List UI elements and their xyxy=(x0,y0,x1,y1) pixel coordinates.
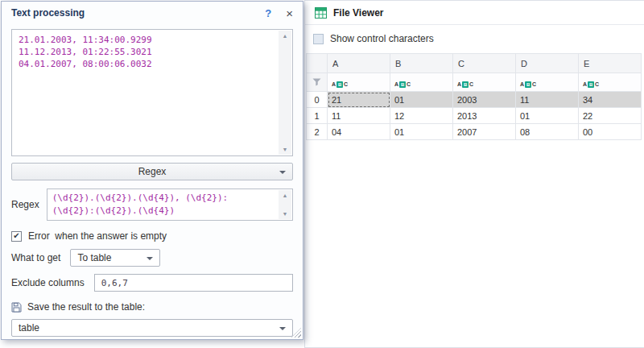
table-row: 1111220130122 xyxy=(307,108,642,124)
row-header[interactable]: 0 xyxy=(307,92,328,108)
grid-cell[interactable]: 12 xyxy=(390,108,453,124)
grid-cell[interactable]: 11 xyxy=(328,108,390,124)
error-checkbox[interactable]: ✔ xyxy=(11,231,22,242)
grid-type-row: ABCABCABCABCABC xyxy=(307,73,642,92)
chevron-down-icon xyxy=(279,327,286,330)
grid-cell[interactable]: 21 xyxy=(328,92,390,108)
save-icon xyxy=(11,302,22,313)
column-type-cell[interactable]: ABC xyxy=(453,73,516,92)
grid-cell[interactable]: 11 xyxy=(516,92,579,108)
show-control-characters-checkbox[interactable] xyxy=(313,34,324,44)
chevron-down-icon xyxy=(279,171,286,174)
column-type-cell[interactable]: ABC xyxy=(328,73,390,92)
data-grid-container: ABCDE ABCABCABCABCABC 021012003113411112… xyxy=(305,53,644,140)
scroll-up-icon[interactable]: ▲ xyxy=(279,31,291,41)
grid-cell[interactable]: 04 xyxy=(328,124,390,140)
regex-input[interactable]: (\d{2}).(\d{2}).(\d{4}), (\d{2}): (\d{2}… xyxy=(47,188,293,221)
regex-value: (\d{2}).(\d{2}).(\d{4}), (\d{2}): (\d{2}… xyxy=(52,192,278,218)
exclude-columns-value: 0,6,7 xyxy=(101,278,128,288)
show-control-characters-row[interactable]: Show control characters xyxy=(305,29,644,48)
grid-cell[interactable]: 2013 xyxy=(453,108,516,124)
grid-cell[interactable]: 2003 xyxy=(453,92,516,108)
column-type-cell[interactable]: ABC xyxy=(516,73,579,92)
column-type-cell[interactable]: ABC xyxy=(390,73,453,92)
file-viewer-title: File Viewer xyxy=(333,7,383,19)
scroll-down-icon[interactable]: ▼ xyxy=(279,209,291,219)
table-select-value: table xyxy=(19,322,39,334)
grid-column-header[interactable]: C xyxy=(453,54,516,73)
text-type-icon: ABC xyxy=(394,81,411,88)
grid-column-header-row: ABCDE xyxy=(307,54,642,73)
error-checkbox-label: Error when the answer is empty xyxy=(28,230,167,242)
help-icon[interactable]: ? xyxy=(265,7,271,19)
grid-cell[interactable]: 34 xyxy=(579,92,642,108)
file-viewer-panel: File Viewer Show control characters ABCD… xyxy=(304,0,644,348)
grid-cell[interactable]: 01 xyxy=(390,124,453,140)
table-row: 0210120031134 xyxy=(307,92,642,108)
sample-text: 21.01.2003, 11:34:00.9299 11.12.2013, 01… xyxy=(19,34,276,152)
data-grid: ABCDE ABCABCABCABCABC 021012003113411112… xyxy=(306,53,642,140)
scroll-up-icon[interactable]: ▲ xyxy=(279,190,291,201)
mode-dropdown-label: Regex xyxy=(138,166,167,177)
regex-label: Regex xyxy=(11,188,39,221)
checkmark-icon: ✔ xyxy=(13,232,19,240)
scroll-down-icon[interactable]: ▼ xyxy=(279,144,291,155)
table-row: 2040120070800 xyxy=(307,124,642,140)
grid-cell[interactable]: 22 xyxy=(579,108,642,124)
row-header[interactable]: 1 xyxy=(307,108,328,124)
what-to-get-label: What to get xyxy=(11,252,60,263)
sample-text-area[interactable]: 21.01.2003, 11:34:00.9299 11.12.2013, 01… xyxy=(11,29,293,156)
grid-column-header[interactable]: E xyxy=(579,54,642,73)
chevron-down-icon xyxy=(147,257,153,260)
dialog-titlebar[interactable]: Text processing ? × xyxy=(2,2,303,24)
grid-cell[interactable]: 01 xyxy=(390,92,453,108)
filter-funnel-icon xyxy=(312,78,321,86)
close-icon[interactable]: × xyxy=(286,7,293,19)
what-to-get-value: To table xyxy=(77,252,111,263)
text-processing-dialog: Text processing ? × 21.01.2003, 11:34:00… xyxy=(1,1,303,340)
grid-corner-cell[interactable] xyxy=(307,54,328,73)
grid-column-header[interactable]: B xyxy=(390,54,453,73)
text-type-icon: ABC xyxy=(457,81,473,88)
what-to-get-select[interactable]: To table xyxy=(70,249,160,267)
exclude-columns-row: Exclude columns 0,6,7 xyxy=(11,274,293,292)
grid-cell[interactable]: 2007 xyxy=(453,124,516,140)
sample-scrollbar[interactable]: ▲ ▼ xyxy=(279,31,291,155)
save-label: Save the result to the table: xyxy=(27,301,145,313)
mode-dropdown[interactable]: Regex xyxy=(11,163,293,180)
what-to-get-row: What to get To table xyxy=(11,249,293,267)
save-row: Save the result to the table: xyxy=(11,301,293,313)
row-header[interactable]: 2 xyxy=(307,124,328,140)
exclude-columns-input[interactable]: 0,6,7 xyxy=(94,274,293,292)
grid-column-header[interactable]: D xyxy=(516,54,579,73)
grid-column-header[interactable]: A xyxy=(328,54,390,73)
filter-icon-cell[interactable] xyxy=(307,73,328,92)
text-type-icon: ABC xyxy=(520,81,536,88)
text-type-icon: ABC xyxy=(583,81,599,88)
show-control-characters-label: Show control characters xyxy=(330,33,434,44)
column-type-cell[interactable]: ABC xyxy=(579,73,642,92)
grid-cell[interactable]: 01 xyxy=(516,108,579,124)
table-icon xyxy=(315,7,327,19)
file-viewer-titlebar: File Viewer xyxy=(305,1,644,25)
dialog-title: Text processing xyxy=(11,7,265,19)
table-select[interactable]: table xyxy=(11,319,293,337)
grid-cell[interactable]: 08 xyxy=(516,124,579,140)
regex-row: Regex (\d{2}).(\d{2}).(\d{4}), (\d{2}): … xyxy=(11,188,293,221)
error-checkbox-row[interactable]: ✔ Error when the answer is empty xyxy=(11,230,293,242)
exclude-columns-label: Exclude columns xyxy=(11,277,85,288)
text-type-icon: ABC xyxy=(332,81,348,88)
regex-scrollbar[interactable]: ▲ ▼ xyxy=(279,190,291,219)
grid-cell[interactable]: 00 xyxy=(579,124,642,140)
